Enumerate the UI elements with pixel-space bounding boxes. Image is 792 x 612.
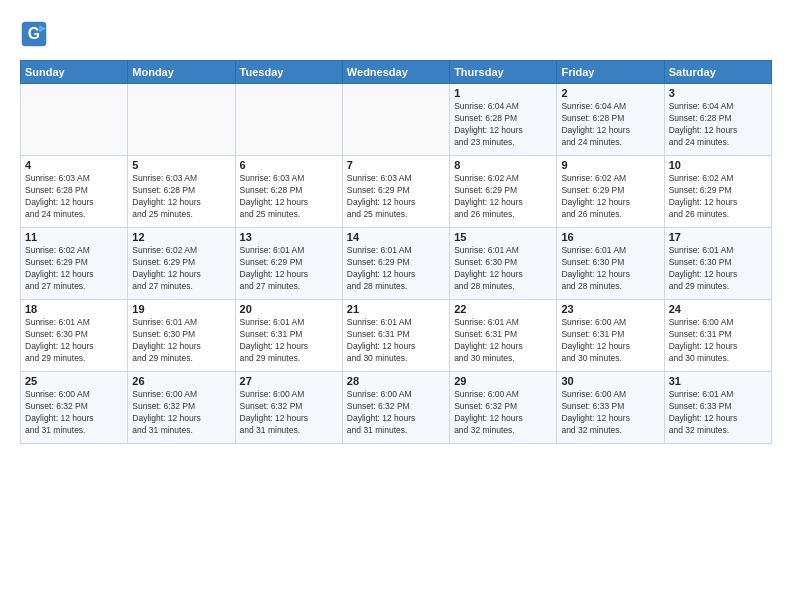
day-info: Sunrise: 6:03 AM Sunset: 6:29 PM Dayligh…: [347, 173, 445, 221]
day-cell: [342, 84, 449, 156]
day-cell: 5Sunrise: 6:03 AM Sunset: 6:28 PM Daylig…: [128, 156, 235, 228]
day-header-thursday: Thursday: [450, 61, 557, 84]
day-cell: 12Sunrise: 6:02 AM Sunset: 6:29 PM Dayli…: [128, 228, 235, 300]
day-number: 12: [132, 231, 230, 243]
day-number: 25: [25, 375, 123, 387]
day-info: Sunrise: 6:01 AM Sunset: 6:33 PM Dayligh…: [669, 389, 767, 437]
calendar-page: G SundayMondayTuesdayWednesdayThursdayFr…: [0, 0, 792, 612]
day-cell: 31Sunrise: 6:01 AM Sunset: 6:33 PM Dayli…: [664, 372, 771, 444]
day-info: Sunrise: 6:03 AM Sunset: 6:28 PM Dayligh…: [240, 173, 338, 221]
week-row-2: 4Sunrise: 6:03 AM Sunset: 6:28 PM Daylig…: [21, 156, 772, 228]
day-info: Sunrise: 6:01 AM Sunset: 6:30 PM Dayligh…: [132, 317, 230, 365]
day-cell: 30Sunrise: 6:00 AM Sunset: 6:33 PM Dayli…: [557, 372, 664, 444]
day-number: 19: [132, 303, 230, 315]
logo: G: [20, 20, 52, 48]
day-header-tuesday: Tuesday: [235, 61, 342, 84]
header: G: [20, 20, 772, 48]
day-cell: [128, 84, 235, 156]
day-cell: 28Sunrise: 6:00 AM Sunset: 6:32 PM Dayli…: [342, 372, 449, 444]
day-info: Sunrise: 6:01 AM Sunset: 6:30 PM Dayligh…: [669, 245, 767, 293]
day-number: 24: [669, 303, 767, 315]
day-number: 18: [25, 303, 123, 315]
day-cell: 26Sunrise: 6:00 AM Sunset: 6:32 PM Dayli…: [128, 372, 235, 444]
day-number: 13: [240, 231, 338, 243]
day-cell: 13Sunrise: 6:01 AM Sunset: 6:29 PM Dayli…: [235, 228, 342, 300]
day-info: Sunrise: 6:01 AM Sunset: 6:30 PM Dayligh…: [25, 317, 123, 365]
day-number: 26: [132, 375, 230, 387]
day-info: Sunrise: 6:03 AM Sunset: 6:28 PM Dayligh…: [25, 173, 123, 221]
day-number: 15: [454, 231, 552, 243]
day-cell: 22Sunrise: 6:01 AM Sunset: 6:31 PM Dayli…: [450, 300, 557, 372]
day-cell: 7Sunrise: 6:03 AM Sunset: 6:29 PM Daylig…: [342, 156, 449, 228]
day-cell: [235, 84, 342, 156]
day-cell: 25Sunrise: 6:00 AM Sunset: 6:32 PM Dayli…: [21, 372, 128, 444]
day-info: Sunrise: 6:00 AM Sunset: 6:31 PM Dayligh…: [669, 317, 767, 365]
day-info: Sunrise: 6:00 AM Sunset: 6:32 PM Dayligh…: [347, 389, 445, 437]
day-number: 22: [454, 303, 552, 315]
day-number: 23: [561, 303, 659, 315]
day-info: Sunrise: 6:02 AM Sunset: 6:29 PM Dayligh…: [454, 173, 552, 221]
day-cell: 15Sunrise: 6:01 AM Sunset: 6:30 PM Dayli…: [450, 228, 557, 300]
day-number: 31: [669, 375, 767, 387]
day-number: 30: [561, 375, 659, 387]
day-info: Sunrise: 6:02 AM Sunset: 6:29 PM Dayligh…: [25, 245, 123, 293]
day-info: Sunrise: 6:00 AM Sunset: 6:32 PM Dayligh…: [132, 389, 230, 437]
day-cell: 23Sunrise: 6:00 AM Sunset: 6:31 PM Dayli…: [557, 300, 664, 372]
header-row: SundayMondayTuesdayWednesdayThursdayFrid…: [21, 61, 772, 84]
day-cell: [21, 84, 128, 156]
day-info: Sunrise: 6:02 AM Sunset: 6:29 PM Dayligh…: [669, 173, 767, 221]
day-number: 17: [669, 231, 767, 243]
day-info: Sunrise: 6:00 AM Sunset: 6:31 PM Dayligh…: [561, 317, 659, 365]
day-info: Sunrise: 6:02 AM Sunset: 6:29 PM Dayligh…: [561, 173, 659, 221]
day-number: 10: [669, 159, 767, 171]
day-number: 11: [25, 231, 123, 243]
day-info: Sunrise: 6:01 AM Sunset: 6:30 PM Dayligh…: [454, 245, 552, 293]
day-cell: 14Sunrise: 6:01 AM Sunset: 6:29 PM Dayli…: [342, 228, 449, 300]
day-number: 4: [25, 159, 123, 171]
day-cell: 6Sunrise: 6:03 AM Sunset: 6:28 PM Daylig…: [235, 156, 342, 228]
day-info: Sunrise: 6:01 AM Sunset: 6:31 PM Dayligh…: [454, 317, 552, 365]
day-info: Sunrise: 6:00 AM Sunset: 6:33 PM Dayligh…: [561, 389, 659, 437]
day-info: Sunrise: 6:01 AM Sunset: 6:31 PM Dayligh…: [240, 317, 338, 365]
day-number: 14: [347, 231, 445, 243]
day-cell: 29Sunrise: 6:00 AM Sunset: 6:32 PM Dayli…: [450, 372, 557, 444]
week-row-3: 11Sunrise: 6:02 AM Sunset: 6:29 PM Dayli…: [21, 228, 772, 300]
logo-icon: G: [20, 20, 48, 48]
week-row-4: 18Sunrise: 6:01 AM Sunset: 6:30 PM Dayli…: [21, 300, 772, 372]
day-number: 1: [454, 87, 552, 99]
day-number: 29: [454, 375, 552, 387]
day-cell: 9Sunrise: 6:02 AM Sunset: 6:29 PM Daylig…: [557, 156, 664, 228]
day-info: Sunrise: 6:03 AM Sunset: 6:28 PM Dayligh…: [132, 173, 230, 221]
day-info: Sunrise: 6:01 AM Sunset: 6:30 PM Dayligh…: [561, 245, 659, 293]
day-number: 20: [240, 303, 338, 315]
day-info: Sunrise: 6:02 AM Sunset: 6:29 PM Dayligh…: [132, 245, 230, 293]
week-row-1: 1Sunrise: 6:04 AM Sunset: 6:28 PM Daylig…: [21, 84, 772, 156]
day-cell: 21Sunrise: 6:01 AM Sunset: 6:31 PM Dayli…: [342, 300, 449, 372]
day-number: 5: [132, 159, 230, 171]
calendar-table: SundayMondayTuesdayWednesdayThursdayFrid…: [20, 60, 772, 444]
day-cell: 16Sunrise: 6:01 AM Sunset: 6:30 PM Dayli…: [557, 228, 664, 300]
day-number: 21: [347, 303, 445, 315]
day-cell: 18Sunrise: 6:01 AM Sunset: 6:30 PM Dayli…: [21, 300, 128, 372]
day-cell: 24Sunrise: 6:00 AM Sunset: 6:31 PM Dayli…: [664, 300, 771, 372]
day-info: Sunrise: 6:00 AM Sunset: 6:32 PM Dayligh…: [25, 389, 123, 437]
day-cell: 20Sunrise: 6:01 AM Sunset: 6:31 PM Dayli…: [235, 300, 342, 372]
day-header-sunday: Sunday: [21, 61, 128, 84]
day-cell: 17Sunrise: 6:01 AM Sunset: 6:30 PM Dayli…: [664, 228, 771, 300]
day-cell: 27Sunrise: 6:00 AM Sunset: 6:32 PM Dayli…: [235, 372, 342, 444]
day-info: Sunrise: 6:04 AM Sunset: 6:28 PM Dayligh…: [669, 101, 767, 149]
day-number: 8: [454, 159, 552, 171]
day-number: 16: [561, 231, 659, 243]
day-header-wednesday: Wednesday: [342, 61, 449, 84]
day-header-saturday: Saturday: [664, 61, 771, 84]
day-number: 2: [561, 87, 659, 99]
day-cell: 10Sunrise: 6:02 AM Sunset: 6:29 PM Dayli…: [664, 156, 771, 228]
svg-text:G: G: [28, 25, 40, 42]
day-info: Sunrise: 6:01 AM Sunset: 6:31 PM Dayligh…: [347, 317, 445, 365]
day-info: Sunrise: 6:00 AM Sunset: 6:32 PM Dayligh…: [240, 389, 338, 437]
day-number: 6: [240, 159, 338, 171]
day-cell: 11Sunrise: 6:02 AM Sunset: 6:29 PM Dayli…: [21, 228, 128, 300]
day-info: Sunrise: 6:00 AM Sunset: 6:32 PM Dayligh…: [454, 389, 552, 437]
day-cell: 19Sunrise: 6:01 AM Sunset: 6:30 PM Dayli…: [128, 300, 235, 372]
day-info: Sunrise: 6:04 AM Sunset: 6:28 PM Dayligh…: [561, 101, 659, 149]
